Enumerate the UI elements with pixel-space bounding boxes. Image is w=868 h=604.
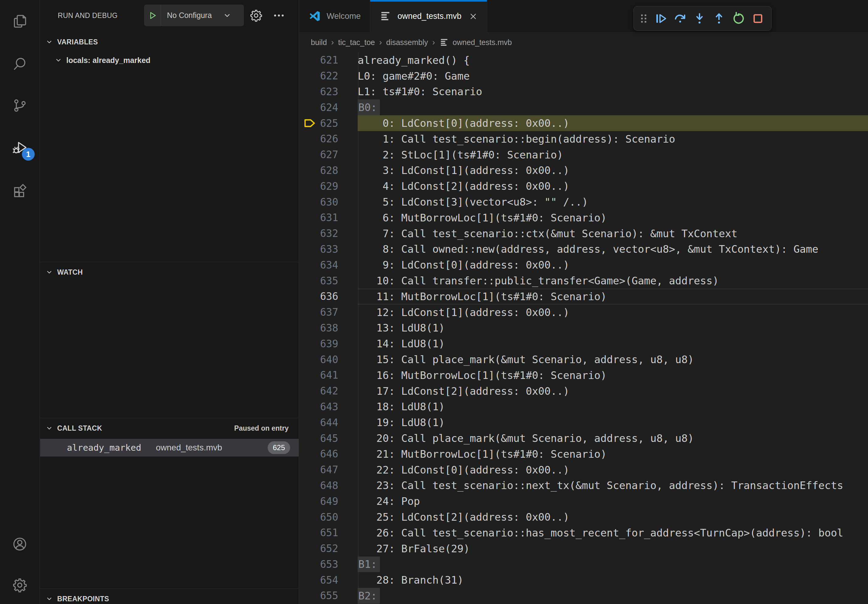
line-number[interactable]: 638 — [299, 322, 338, 334]
code-line[interactable]: 625 0: LdConst[0](address: 0x00..) — [299, 115, 868, 131]
debug-continue-button[interactable] — [651, 9, 670, 29]
code-line[interactable]: 631 6: MutBorrowLoc[1](ts#1#0: Scenario) — [299, 210, 868, 226]
section-watch[interactable]: WATCH — [40, 264, 299, 280]
line-number[interactable]: 628 — [299, 164, 338, 177]
debug-settings-gear-button[interactable] — [249, 9, 263, 23]
line-number[interactable]: 625 — [299, 118, 338, 129]
breadcrumb-item[interactable]: build — [311, 38, 327, 47]
code-line-text[interactable]: 1: Call test_scenario::begin(address): S… — [358, 131, 868, 147]
code-line[interactable]: 624B0: — [299, 99, 868, 115]
code-line-text[interactable]: 13: LdU8(1) — [358, 320, 868, 336]
variables-locals-scope[interactable]: locals: already_marked — [40, 52, 299, 68]
line-number[interactable]: 641 — [299, 369, 338, 381]
code-line-text[interactable]: B1: — [358, 556, 868, 572]
code-line-text[interactable]: 12: LdConst[1](address: 0x00..) — [358, 304, 868, 320]
section-variables[interactable]: VARIABLES — [40, 34, 299, 50]
tab-welcome[interactable]: Welcome — [299, 0, 370, 32]
line-number[interactable]: 645 — [299, 432, 338, 444]
code-line[interactable]: 642 17: LdConst[2](address: 0x00..) — [299, 383, 868, 399]
code-line[interactable]: 622L0: game#2#0: Game — [299, 68, 868, 84]
code-line-text[interactable]: 9: LdConst[0](address: 0x00..) — [358, 257, 868, 273]
line-number[interactable]: 626 — [299, 133, 338, 145]
line-number[interactable]: 649 — [299, 496, 338, 507]
call-stack-frame[interactable]: already_marked owned_tests.mvb 625 — [40, 439, 299, 457]
code-line-text[interactable]: B0: — [358, 99, 868, 115]
line-number[interactable]: 627 — [299, 149, 338, 161]
code-line-text[interactable]: 10: Call transfer::public_transfer<Game>… — [358, 273, 868, 289]
code-line-text[interactable]: 25: LdConst[2](address: 0x00..) — [358, 509, 868, 525]
start-debugging-button[interactable] — [144, 10, 161, 21]
line-number[interactable]: 622 — [299, 70, 338, 82]
line-number[interactable]: 648 — [299, 480, 338, 491]
line-number[interactable]: 640 — [299, 354, 338, 365]
line-number[interactable]: 654 — [299, 574, 338, 586]
code-line-text[interactable]: L1: ts#1#0: Scenario — [358, 84, 868, 100]
code-line[interactable]: 633 8: Call owned::new(address, address,… — [299, 242, 868, 257]
code-line-text[interactable]: 18: LdU8(1) — [358, 399, 868, 415]
section-call-stack[interactable]: CALL STACK Paused on entry — [40, 420, 299, 436]
launch-configuration-dropdown[interactable]: No Configura — [144, 5, 244, 26]
breadcrumb-item[interactable]: disassembly — [386, 38, 428, 47]
debug-step-over-button[interactable] — [670, 9, 690, 29]
code-line[interactable]: 655B2: — [299, 588, 868, 604]
code-line[interactable]: 635 10: Call transfer::public_transfer<G… — [299, 273, 868, 289]
code-line-text[interactable]: 23: Call test_scenario::next_tx(&mut Sce… — [358, 478, 868, 494]
code-line[interactable]: 636 11: MutBorrowLoc[1](ts#1#0: Scenario… — [299, 289, 868, 304]
code-line-text[interactable]: 0: LdConst[0](address: 0x00..) — [358, 115, 868, 131]
code-line[interactable]: 649 24: Pop — [299, 493, 868, 509]
code-line[interactable]: 621already_marked() { — [299, 52, 868, 68]
activity-item-extensions[interactable] — [0, 173, 40, 208]
code-line-text[interactable]: 26: Call test_scenario::has_most_recent_… — [358, 525, 868, 541]
activity-item-accounts[interactable] — [0, 527, 40, 562]
code-line-text[interactable]: 4: LdConst[2](address: 0x00..) — [358, 178, 868, 194]
code-line[interactable]: 641 16: MutBorrowLoc[1](ts#1#0: Scenario… — [299, 367, 868, 383]
line-number[interactable]: 644 — [299, 417, 338, 429]
code-editor[interactable]: 621already_marked() {622L0: game#2#0: Ga… — [299, 52, 868, 604]
toolbar-drag-handle[interactable] — [637, 9, 651, 29]
line-number[interactable]: 633 — [299, 243, 338, 255]
code-line-text[interactable]: 6: MutBorrowLoc[1](ts#1#0: Scenario) — [358, 210, 868, 226]
breadcrumb-file[interactable]: owned_tests.mvb — [439, 37, 512, 48]
activity-item-explorer[interactable] — [0, 4, 40, 39]
code-line-text[interactable]: B2: — [358, 588, 868, 604]
line-number[interactable]: 629 — [299, 180, 338, 192]
activity-item-manage[interactable] — [0, 567, 40, 603]
code-line[interactable]: 650 25: LdConst[2](address: 0x00..) — [299, 509, 868, 525]
debug-stop-button[interactable] — [748, 9, 768, 29]
activity-item-source-control[interactable] — [0, 88, 40, 123]
code-line[interactable]: 630 5: LdConst[3](vector<u8>: "" /..) — [299, 194, 868, 210]
line-number[interactable]: 624 — [299, 102, 338, 113]
code-line[interactable]: 652 27: BrFalse(29) — [299, 541, 868, 556]
line-number[interactable]: 653 — [299, 558, 338, 570]
code-line-text[interactable]: 15: Call place_mark(&mut Scenario, addre… — [358, 352, 868, 367]
code-line[interactable]: 648 23: Call test_scenario::next_tx(&mut… — [299, 478, 868, 494]
code-line[interactable]: 637 12: LdConst[1](address: 0x00..) — [299, 304, 868, 320]
code-line[interactable]: 626 1: Call test_scenario::begin(address… — [299, 131, 868, 147]
activity-item-search[interactable] — [0, 46, 40, 82]
code-line-text[interactable]: 21: MutBorrowLoc[1](ts#1#0: Scenario) — [358, 446, 868, 462]
code-line[interactable]: 646 21: MutBorrowLoc[1](ts#1#0: Scenario… — [299, 446, 868, 462]
line-number[interactable]: 646 — [299, 448, 338, 460]
line-number[interactable]: 637 — [299, 306, 338, 318]
code-line[interactable]: 645 20: Call place_mark(&mut Scenario, a… — [299, 431, 868, 446]
close-icon[interactable] — [469, 12, 478, 21]
code-line-text[interactable]: 7: Call test_scenario::ctx(&mut Scenario… — [358, 226, 868, 242]
line-number[interactable]: 632 — [299, 228, 338, 239]
breadcrumb-item[interactable]: tic_tac_toe — [338, 38, 375, 47]
code-line-text[interactable]: 28: Branch(31) — [358, 572, 868, 588]
line-number[interactable]: 623 — [299, 86, 338, 98]
line-number[interactable]: 652 — [299, 542, 338, 554]
code-line[interactable]: 653B1: — [299, 556, 868, 572]
code-line-text[interactable]: 27: BrFalse(29) — [358, 541, 868, 556]
code-line-text[interactable]: 11: MutBorrowLoc[1](ts#1#0: Scenario) — [358, 289, 868, 304]
views-more-actions-button[interactable] — [271, 9, 287, 23]
line-number[interactable]: 635 — [299, 275, 338, 287]
code-line-text[interactable]: 22: LdConst[0](address: 0x00..) — [358, 462, 868, 478]
code-line[interactable]: 632 7: Call test_scenario::ctx(&mut Scen… — [299, 226, 868, 242]
code-line[interactable]: 623L1: ts#1#0: Scenario — [299, 84, 868, 100]
code-line[interactable]: 627 2: StLoc[1](ts#1#0: Scenario) — [299, 147, 868, 163]
activity-item-run-and-debug[interactable]: 1 — [0, 130, 40, 166]
code-line-text[interactable]: 5: LdConst[3](vector<u8>: "" /..) — [358, 194, 868, 210]
tab-owned-tests[interactable]: owned_tests.mvb — [370, 0, 487, 33]
code-line-text[interactable]: 17: LdConst[2](address: 0x00..) — [358, 383, 868, 399]
